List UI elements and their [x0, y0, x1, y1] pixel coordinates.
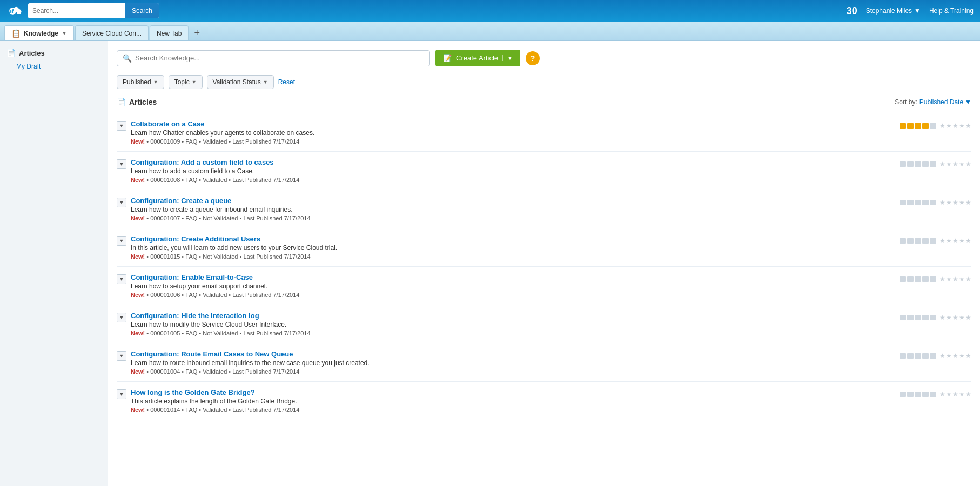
nav-right: 30 Stephanie Miles ▼ Help & Training	[847, 5, 974, 17]
star-icon[interactable]: ★	[946, 275, 952, 283]
star-icon[interactable]: ★	[959, 275, 965, 283]
rating-bar	[900, 123, 906, 129]
star-icon[interactable]: ★	[965, 122, 971, 130]
star-rating[interactable]: ★★★★★	[939, 390, 971, 398]
validation-filter-arrow: ▼	[263, 79, 268, 85]
star-rating[interactable]: ★★★★★	[939, 199, 971, 206]
star-rating[interactable]: ★★★★★	[939, 122, 971, 130]
star-icon[interactable]: ★	[952, 199, 958, 206]
published-filter-button[interactable]: Published ▼	[117, 75, 164, 89]
article-title-link[interactable]: Configuration: Create a queue	[131, 197, 231, 205]
article-title-link[interactable]: Configuration: Enable Email-to-Case	[131, 273, 253, 281]
star-icon[interactable]: ★	[965, 314, 971, 321]
star-icon[interactable]: ★	[965, 199, 971, 206]
star-icon[interactable]: ★	[959, 160, 965, 168]
star-icon[interactable]: ★	[939, 160, 945, 168]
articles-title-label: Articles	[129, 98, 157, 106]
reset-filter-button[interactable]: Reset	[278, 78, 295, 86]
article-expand-button[interactable]: ▼	[117, 198, 126, 207]
star-icon[interactable]: ★	[946, 314, 952, 321]
star-icon[interactable]: ★	[959, 390, 965, 398]
article-description: Learn how to route inbound email inquiri…	[131, 359, 895, 367]
article-expand-button[interactable]: ▼	[117, 313, 126, 322]
star-icon[interactable]: ★	[946, 199, 952, 206]
tab-knowledge[interactable]: 📋 Knowledge ▼	[4, 25, 74, 40]
tab-new-tab[interactable]: New Tab	[150, 25, 189, 40]
star-rating[interactable]: ★★★★★	[939, 314, 971, 321]
create-article-button[interactable]: 📝 Create Article ▼	[435, 50, 520, 66]
article-title-link[interactable]: Configuration: Route Email Cases to New …	[131, 350, 293, 358]
validation-filter-button[interactable]: Validation Status ▼	[207, 75, 274, 89]
star-icon[interactable]: ★	[939, 275, 945, 283]
create-article-dropdown-icon[interactable]: ▼	[502, 55, 513, 61]
star-rating[interactable]: ★★★★★	[939, 275, 971, 283]
star-icon[interactable]: ★	[946, 160, 952, 168]
star-icon[interactable]: ★	[939, 390, 945, 398]
star-icon[interactable]: ★	[965, 275, 971, 283]
star-icon[interactable]: ★	[952, 314, 958, 321]
add-tab-button[interactable]: +	[190, 25, 204, 40]
star-icon[interactable]: ★	[959, 237, 965, 245]
global-search-bar[interactable]: Search	[28, 3, 159, 18]
knowledge-tab-dropdown-icon[interactable]: ▼	[62, 30, 67, 36]
article-expand-button[interactable]: ▼	[117, 274, 126, 284]
article-title-link[interactable]: Collaborate on a Case	[131, 120, 205, 128]
star-icon[interactable]: ★	[946, 352, 952, 360]
star-icon[interactable]: ★	[965, 352, 971, 360]
star-rating[interactable]: ★★★★★	[939, 352, 971, 360]
rating-bar	[915, 276, 921, 282]
star-icon[interactable]: ★	[939, 199, 945, 206]
article-expand-button[interactable]: ▼	[117, 236, 126, 246]
star-icon[interactable]: ★	[959, 199, 965, 206]
tab-service-cloud[interactable]: Service Cloud Con...	[75, 25, 149, 40]
star-icon[interactable]: ★	[952, 237, 958, 245]
user-menu[interactable]: Stephanie Miles ▼	[866, 7, 921, 15]
article-rating: ★★★★★	[900, 314, 971, 321]
star-icon[interactable]: ★	[946, 390, 952, 398]
sidebar-articles-title[interactable]: 📄 Articles	[0, 45, 108, 60]
rating-bar	[915, 161, 921, 167]
star-icon[interactable]: ★	[939, 352, 945, 360]
sort-by-value[interactable]: Published Date ▼	[919, 98, 971, 106]
star-icon[interactable]: ★	[952, 275, 958, 283]
article-title-link[interactable]: Configuration: Add a custom field to cas…	[131, 158, 274, 166]
topic-filter-button[interactable]: Topic ▼	[169, 75, 203, 89]
knowledge-search-box[interactable]: 🔍	[117, 50, 430, 66]
star-icon[interactable]: ★	[965, 160, 971, 168]
global-search-input[interactable]	[28, 5, 125, 17]
help-icon-button[interactable]: ?	[526, 51, 540, 65]
help-training-link[interactable]: Help & Training	[929, 7, 974, 15]
article-expand-button[interactable]: ▼	[117, 389, 126, 399]
star-rating[interactable]: ★★★★★	[939, 237, 971, 245]
star-rating[interactable]: ★★★★★	[939, 160, 971, 168]
star-icon[interactable]: ★	[965, 237, 971, 245]
star-icon[interactable]: ★	[952, 122, 958, 130]
sidebar: 📄 Articles My Draft	[0, 41, 108, 486]
article-expand-button[interactable]: ▼	[117, 159, 126, 169]
article-rating: ★★★★★	[900, 275, 971, 283]
star-icon[interactable]: ★	[959, 122, 965, 130]
star-icon[interactable]: ★	[952, 352, 958, 360]
knowledge-search-icon: 🔍	[123, 54, 132, 63]
sidebar-item-my-draft[interactable]: My Draft	[0, 60, 108, 72]
article-title-link[interactable]: Configuration: Hide the interaction log	[131, 312, 259, 320]
article-title-link[interactable]: Configuration: Create Additional Users	[131, 235, 260, 243]
star-icon[interactable]: ★	[959, 314, 965, 321]
star-icon[interactable]: ★	[939, 314, 945, 321]
star-icon[interactable]: ★	[952, 160, 958, 168]
article-expand-button[interactable]: ▼	[117, 121, 126, 131]
star-icon[interactable]: ★	[939, 122, 945, 130]
article-title-link[interactable]: How long is the Golden Gate Bridge?	[131, 388, 255, 396]
star-icon[interactable]: ★	[939, 237, 945, 245]
rating-bar	[900, 161, 906, 167]
knowledge-search-input[interactable]	[135, 54, 424, 62]
global-search-button[interactable]: Search	[125, 3, 159, 18]
new-badge: New!	[131, 407, 145, 413]
article-expand-button[interactable]: ▼	[117, 351, 126, 361]
star-icon[interactable]: ★	[952, 390, 958, 398]
star-icon[interactable]: ★	[965, 390, 971, 398]
star-icon[interactable]: ★	[959, 352, 965, 360]
star-icon[interactable]: ★	[946, 237, 952, 245]
star-icon[interactable]: ★	[946, 122, 952, 130]
article-description: Learn how to modify the Service Cloud Us…	[131, 321, 895, 328]
